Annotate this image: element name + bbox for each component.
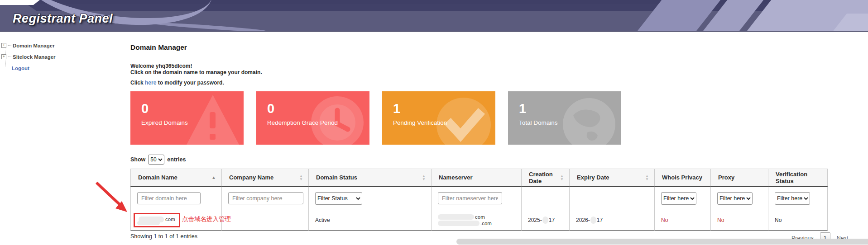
- cell-company-name: [222, 210, 309, 231]
- filter-cell-company: [222, 187, 309, 210]
- filter-cell-creation-date: [522, 187, 570, 210]
- status-filter-select[interactable]: Filter Status: [315, 192, 362, 205]
- proxy-value: No: [717, 217, 724, 223]
- domain-visible-text[interactable]: com: [165, 217, 175, 222]
- password-hint-prefix: Click: [130, 80, 145, 86]
- logout-link[interactable]: Logout: [12, 66, 29, 71]
- card-redemption-grace-period: 0 Redemption Grace Period: [256, 91, 369, 145]
- sort-both-icon[interactable]: ▲▼: [422, 174, 426, 181]
- proxy-filter-select[interactable]: Filter here: [717, 192, 753, 205]
- sidebar-item-label[interactable]: Domain Manager: [13, 43, 55, 48]
- redacted-date-blob: [590, 217, 596, 224]
- column-header-domain-name[interactable]: Domain Name ▲: [130, 169, 222, 187]
- expiry-date-value: 2026-17: [576, 217, 603, 224]
- card-label: Pending Verification: [393, 119, 447, 126]
- column-label: Company Name: [229, 174, 273, 181]
- card-label: Total Domains: [519, 119, 558, 126]
- column-header-proxy: Proxy: [711, 169, 768, 187]
- filter-cell-proxy: Filter here: [711, 187, 768, 210]
- card-label: Expired Domains: [141, 119, 188, 126]
- app-title: Registrant Panel: [13, 12, 113, 26]
- sort-down-icon: ▼: [560, 178, 564, 181]
- sidebar-item-domain-manager[interactable]: + Domain Manager: [1, 40, 106, 51]
- card-pending-verification: 1 Pending Verification: [382, 91, 495, 145]
- card-value: 1: [519, 101, 526, 116]
- filter-cell-expiry-date: [570, 187, 655, 210]
- page-length-select[interactable]: 50: [148, 155, 164, 165]
- whois-privacy-value: No: [661, 217, 668, 223]
- card-value: 0: [267, 101, 274, 116]
- clock-icon: [308, 93, 367, 145]
- column-label: Proxy: [718, 174, 734, 181]
- redacted-date-blob: [542, 217, 548, 224]
- column-label: Expiry Date: [577, 174, 609, 181]
- column-label: Nameserver: [439, 174, 472, 181]
- filter-cell-nameserver: [432, 187, 522, 210]
- whois-filter-select[interactable]: Filter here: [661, 192, 696, 205]
- filter-cell-status: Filter Status: [309, 187, 432, 210]
- company-filter-input[interactable]: [228, 192, 303, 204]
- column-header-whois-privacy: Whois Privacy: [655, 169, 711, 187]
- nameserver-values: com .com: [438, 214, 492, 226]
- column-label: Verification Status: [776, 171, 822, 184]
- cell-whois-privacy: No: [655, 210, 711, 231]
- stat-cards: 0 Expired Domains 0 Redemption Grace Per…: [130, 91, 621, 145]
- sidebar-item-label[interactable]: Sitelock Manager: [13, 54, 56, 60]
- modify-password-link[interactable]: here: [145, 80, 156, 86]
- redacted-ns-blob: [438, 221, 480, 226]
- sidebar-item-sitelock-manager[interactable]: + Sitelock Manager: [1, 51, 106, 62]
- password-hint: Click here to modify your password.: [130, 80, 224, 86]
- creation-date-value: 2025-17: [528, 217, 555, 224]
- sidebar-item-logout[interactable]: Logout: [1, 62, 106, 74]
- tree-dots: [8, 57, 11, 57]
- table-info-text: Showing 1 to 1 of 1 entries: [130, 233, 197, 240]
- filter-cell-domain: [130, 187, 222, 210]
- page-title: Domain Manager: [130, 43, 187, 52]
- column-header-expiry-date[interactable]: Expiry Date ▲▼: [570, 169, 655, 187]
- cell-domain-status: Active: [309, 210, 432, 231]
- redacted-domain-blob-2: [137, 221, 160, 225]
- column-label: Domain Name: [138, 174, 177, 181]
- card-value: 0: [141, 101, 149, 116]
- card-value: 1: [393, 101, 400, 116]
- show-entries-prefix: Show: [130, 156, 145, 163]
- domains-table: Domain Name ▲ Company Name ▲▼ Domain Sta…: [130, 169, 828, 231]
- creation-date-prefix: 2025-: [528, 217, 542, 223]
- column-header-creation-date[interactable]: Creation Date ▲▼: [522, 169, 570, 187]
- domain-name-link[interactable]: com: [134, 213, 180, 227]
- sidebar-nav: + Domain Manager + Sitelock Manager Logo…: [1, 40, 106, 74]
- cell-nameserver: com .com: [432, 210, 522, 231]
- domain-filter-input[interactable]: [137, 192, 201, 204]
- tree-expand-icon[interactable]: +: [1, 54, 6, 59]
- verification-filter-select[interactable]: Filter here: [775, 192, 810, 205]
- nameserver-filter-input[interactable]: [438, 192, 502, 204]
- welcome-line2: Click on the domain name to manage your …: [130, 70, 262, 76]
- redacted-ns-blob: [438, 214, 474, 220]
- card-expired-domains: 0 Expired Domains: [130, 91, 244, 145]
- cell-verification-status: No: [768, 210, 828, 231]
- nameserver-line-2: .com: [438, 221, 492, 226]
- welcome-text: Welcome yhq365dlcom! Click on the domain…: [130, 63, 262, 75]
- warning-icon: [182, 94, 241, 145]
- column-label: Creation Date: [529, 171, 560, 184]
- column-header-domain-status[interactable]: Domain Status ▲▼: [309, 169, 432, 187]
- column-header-company-name[interactable]: Company Name ▲▼: [222, 169, 309, 187]
- sort-both-icon[interactable]: ▲▼: [645, 174, 649, 181]
- nameserver-visible-text: com: [475, 214, 485, 220]
- sort-both-icon[interactable]: ▲▼: [560, 174, 564, 181]
- sort-asc-icon[interactable]: ▲: [211, 175, 216, 180]
- tree-expand-icon[interactable]: +: [1, 43, 6, 48]
- show-entries-control: Show 50 entries: [130, 155, 186, 165]
- card-label: Redemption Grace Period: [267, 119, 338, 126]
- domain-status-value: Active: [315, 217, 330, 223]
- column-label: Whois Privacy: [662, 174, 702, 181]
- welcome-line1: Welcome yhq365dlcom!: [130, 63, 262, 70]
- filter-cell-whois: Filter here: [655, 187, 711, 210]
- horizontal-scrollbar[interactable]: [456, 239, 868, 245]
- sort-both-icon[interactable]: ▲▼: [299, 174, 303, 181]
- cell-creation-date: 2025-17: [522, 210, 570, 231]
- cell-expiry-date: 2026-17: [570, 210, 655, 231]
- show-entries-suffix: entries: [167, 156, 186, 163]
- column-header-nameserver: Nameserver: [432, 169, 522, 187]
- sort-down-icon: ▼: [645, 178, 649, 181]
